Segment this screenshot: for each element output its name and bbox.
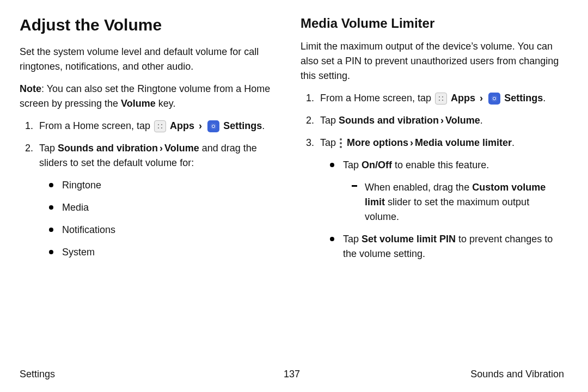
list-item: System — [49, 245, 283, 260]
b2b: Set volume limit PIN — [362, 234, 456, 244]
b1c: to enable this feature. — [392, 160, 489, 170]
step2-tap: Tap — [39, 143, 58, 154]
step1r-period: . — [543, 93, 546, 103]
step2r-sounds: Sounds and vibration — [339, 115, 439, 126]
step2r-volume: Volume — [445, 115, 480, 126]
steps-right: From a Home screen, tap Apps › Settings.… — [301, 91, 564, 261]
steps-left: From a Home screen, tap Apps › Settings.… — [20, 119, 283, 260]
chevron-icon: › — [160, 143, 163, 154]
apps-icon — [435, 93, 447, 105]
step3r-period: . — [512, 137, 514, 148]
step-1-left: From a Home screen, tap Apps › Settings. — [36, 119, 283, 133]
chevron-icon: › — [480, 93, 483, 103]
step3r-limiter: Media volume limiter — [415, 137, 512, 148]
b2a: Tap — [343, 234, 362, 244]
note-bold: Volume — [121, 98, 156, 109]
intro-right: Limit the maximum output of the device’s… — [301, 39, 564, 83]
d1a: When enabled, drag the — [365, 182, 472, 193]
page-number: 137 — [20, 369, 564, 380]
step-2-right: Tap Sounds and vibration›Volume. — [317, 113, 564, 128]
step3r-tap: Tap — [320, 137, 339, 148]
step-3-right: Tap More options›Media volume limiter. T… — [317, 136, 564, 261]
list-item: Notifications — [49, 223, 283, 237]
settings-label: Settings — [223, 120, 262, 131]
left-column: Adjust the Volume Set the system volume … — [20, 15, 283, 269]
step2r-period: . — [480, 115, 483, 126]
chevron-icon: › — [440, 115, 444, 126]
list-item: Tap Set volume limit PIN to prevent chan… — [330, 232, 564, 261]
dash-list: When enabled, drag the Custom volume lim… — [343, 180, 564, 224]
heading-adjust-volume: Adjust the Volume — [20, 15, 283, 35]
apps-label: Apps — [170, 120, 194, 131]
list-item: When enabled, drag the Custom volume lim… — [352, 180, 564, 224]
more-options-icon — [340, 138, 342, 148]
step-2-left: Tap Sounds and vibration›Volume and drag… — [36, 141, 283, 260]
step3-sublist: Tap On/Off to enable this feature. When … — [320, 158, 564, 261]
note-text-b: key. — [156, 98, 176, 109]
intro-left: Set the system volume level and default … — [20, 45, 283, 74]
note-label: Note — [20, 83, 41, 94]
b1b: On/Off — [362, 160, 392, 170]
step3r-more: More options — [347, 137, 408, 148]
gear-icon — [207, 120, 219, 132]
step2-volume: Volume — [164, 143, 199, 154]
document-page: Adjust the Volume Set the system volume … — [0, 0, 588, 392]
d1c: slider to set the maximum output volume. — [365, 197, 529, 222]
step1-text: From a Home screen, tap — [39, 120, 153, 131]
chevron-icon: › — [410, 137, 413, 148]
list-item: Ringtone — [49, 178, 283, 193]
page-footer: Settings 137 Sounds and Vibration — [20, 369, 564, 380]
heading-media-limiter: Media Volume Limiter — [301, 15, 564, 32]
step-1-right: From a Home screen, tap Apps › Settings. — [317, 91, 564, 106]
b1a: Tap — [343, 160, 362, 170]
step2-sounds: Sounds and vibration — [58, 143, 158, 154]
right-column: Media Volume Limiter Limit the maximum o… — [301, 15, 564, 269]
chevron-icon: › — [199, 120, 202, 131]
step1-period: . — [262, 120, 265, 131]
step2r-tap: Tap — [320, 115, 339, 126]
step1r-text: From a Home screen, tap — [320, 93, 434, 103]
apps-label-r: Apps — [451, 93, 475, 103]
apps-icon — [154, 120, 166, 132]
list-item: Tap On/Off to enable this feature. When … — [330, 158, 564, 224]
list-item: Media — [49, 200, 283, 215]
settings-label-r: Settings — [504, 93, 543, 103]
note: Note: You can also set the Ringtone volu… — [20, 82, 283, 111]
gear-icon — [488, 93, 500, 105]
volume-types-list: Ringtone Media Notifications System — [39, 178, 283, 260]
